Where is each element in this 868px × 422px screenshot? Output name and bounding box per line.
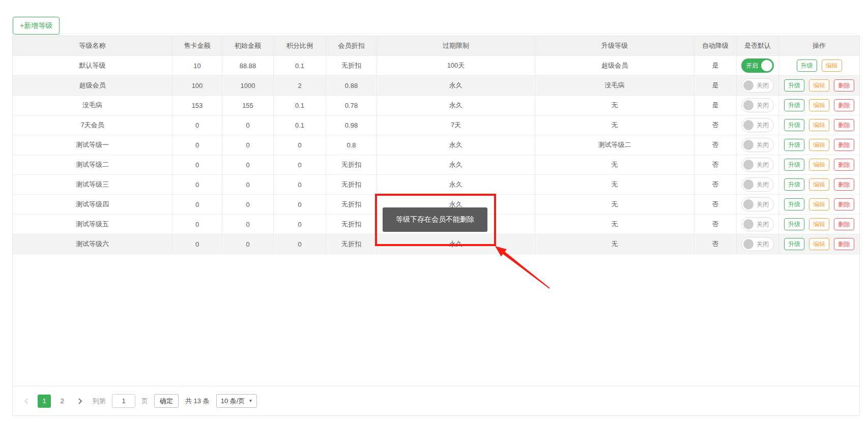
confirm-page-button[interactable]: 确定 bbox=[154, 394, 179, 408]
column-header-operations: 操作 bbox=[779, 36, 859, 55]
cell-card-amount: 0 bbox=[172, 115, 222, 135]
page-number-1[interactable]: 1 bbox=[38, 395, 51, 408]
upgrade-button[interactable]: 升级 bbox=[784, 99, 804, 111]
cell-expiry: 7天 bbox=[377, 115, 535, 135]
upgrade-button[interactable]: 升级 bbox=[784, 159, 804, 171]
upgrade-button[interactable]: 升级 bbox=[784, 178, 804, 191]
cell-upgrade-level: 超级会员 bbox=[535, 56, 695, 75]
cell-name: 测试等级六 bbox=[13, 234, 172, 254]
cell-initial-amount: 0 bbox=[222, 155, 274, 174]
edit-button[interactable]: 编辑 bbox=[809, 99, 829, 111]
upgrade-button[interactable]: 升级 bbox=[784, 198, 804, 210]
toggle-label: 关闭 bbox=[757, 141, 769, 149]
edit-button[interactable]: 编辑 bbox=[822, 59, 842, 72]
cell-name: 没毛病 bbox=[13, 96, 172, 115]
delete-warning-tooltip: 等级下存在会员不能删除 bbox=[383, 207, 487, 232]
delete-button[interactable]: 删除 bbox=[834, 238, 854, 250]
delete-button[interactable]: 删除 bbox=[834, 198, 854, 210]
cell-expiry: 永久 bbox=[377, 135, 535, 155]
cell-upgrade-level: 没毛病 bbox=[535, 76, 695, 95]
delete-button[interactable]: 删除 bbox=[834, 99, 854, 111]
cell-auto-downgrade: 否 bbox=[695, 175, 737, 194]
column-header-upgrade-level: 升级等级 bbox=[535, 36, 695, 55]
delete-button[interactable]: 删除 bbox=[834, 178, 854, 191]
cell-upgrade-level: 无 bbox=[535, 195, 695, 214]
prev-page-icon[interactable] bbox=[20, 395, 33, 408]
cell-operations: 升级编辑删除 bbox=[779, 96, 859, 115]
edit-button[interactable]: 编辑 bbox=[809, 198, 829, 210]
edit-button[interactable]: 编辑 bbox=[809, 119, 829, 131]
cell-initial-amount: 88.88 bbox=[222, 56, 274, 75]
next-page-icon[interactable] bbox=[73, 395, 86, 408]
page-number-2[interactable]: 2 bbox=[55, 395, 69, 408]
cell-card-amount: 10 bbox=[172, 56, 222, 75]
goto-page-input[interactable] bbox=[112, 394, 135, 408]
cell-auto-downgrade: 否 bbox=[695, 115, 737, 135]
upgrade-button[interactable]: 升级 bbox=[784, 119, 804, 131]
toggle-label: 关闭 bbox=[757, 220, 769, 229]
default-toggle[interactable]: 开启 bbox=[741, 58, 774, 73]
edit-button[interactable]: 编辑 bbox=[809, 178, 829, 191]
default-toggle[interactable]: 关闭 bbox=[741, 78, 774, 93]
table-header-row: 等级名称 售卡金额 初始金额 积分比例 会员折扣 过期限制 升级等级 自动降级 … bbox=[13, 36, 859, 56]
cell-operations: 升级编辑删除 bbox=[779, 115, 859, 135]
cell-auto-downgrade: 否 bbox=[695, 135, 737, 155]
cell-member-discount: 0.8 bbox=[326, 135, 377, 155]
upgrade-button[interactable]: 升级 bbox=[784, 79, 804, 92]
cell-points-ratio: 0 bbox=[274, 155, 326, 174]
toggle-label: 关闭 bbox=[757, 121, 769, 130]
default-toggle[interactable]: 关闭 bbox=[741, 118, 774, 132]
cell-is-default: 关闭 bbox=[737, 215, 779, 234]
cell-points-ratio: 0 bbox=[274, 234, 326, 254]
default-toggle[interactable]: 关闭 bbox=[741, 158, 774, 172]
toggle-knob-icon bbox=[743, 100, 754, 110]
add-level-button[interactable]: +新增等级 bbox=[13, 17, 60, 35]
toggle-knob-icon bbox=[761, 60, 772, 71]
edit-button[interactable]: 编辑 bbox=[809, 218, 829, 230]
default-toggle[interactable]: 关闭 bbox=[741, 177, 774, 192]
column-header-initial-amount: 初始金额 bbox=[222, 36, 274, 55]
cell-points-ratio: 0.1 bbox=[274, 56, 326, 75]
cell-name: 测试等级二 bbox=[13, 155, 172, 174]
upgrade-button[interactable]: 升级 bbox=[797, 59, 817, 72]
table-empty-area bbox=[13, 254, 859, 386]
cell-member-discount: 0.98 bbox=[326, 115, 377, 135]
cell-is-default: 关闭 bbox=[737, 175, 779, 194]
edit-button[interactable]: 编辑 bbox=[809, 238, 829, 250]
edit-button[interactable]: 编辑 bbox=[809, 139, 829, 151]
cell-member-discount: 0.88 bbox=[326, 76, 377, 95]
toggle-label: 关闭 bbox=[757, 200, 769, 209]
cell-auto-downgrade: 否 bbox=[695, 215, 737, 234]
cell-operations: 升级编辑删除 bbox=[779, 195, 859, 214]
page-size-value: 10 条/页 bbox=[221, 397, 245, 406]
cell-member-discount: 无折扣 bbox=[326, 175, 377, 194]
delete-button[interactable]: 删除 bbox=[834, 139, 854, 151]
edit-button[interactable]: 编辑 bbox=[809, 79, 829, 92]
delete-button[interactable]: 删除 bbox=[834, 79, 854, 92]
default-toggle[interactable]: 关闭 bbox=[741, 98, 774, 112]
toggle-knob-icon bbox=[743, 219, 754, 229]
page-size-select[interactable]: 10 条/页 ▼ bbox=[216, 394, 257, 408]
default-toggle[interactable]: 关闭 bbox=[741, 237, 774, 251]
cell-points-ratio: 0.1 bbox=[274, 115, 326, 135]
default-toggle[interactable]: 关闭 bbox=[741, 197, 774, 212]
column-header-is-default: 是否默认 bbox=[737, 36, 779, 55]
cell-expiry: 永久 bbox=[377, 234, 535, 254]
upgrade-button[interactable]: 升级 bbox=[784, 218, 804, 230]
upgrade-button[interactable]: 升级 bbox=[784, 238, 804, 250]
cell-upgrade-level: 无 bbox=[535, 234, 695, 254]
toggle-label: 关闭 bbox=[757, 240, 769, 249]
upgrade-button[interactable]: 升级 bbox=[784, 139, 804, 151]
cell-upgrade-level: 测试等级二 bbox=[535, 135, 695, 155]
column-header-points-ratio: 积分比例 bbox=[274, 36, 326, 55]
edit-button[interactable]: 编辑 bbox=[809, 159, 829, 171]
default-toggle[interactable]: 关闭 bbox=[741, 138, 774, 152]
cell-operations: 升级编辑删除 bbox=[779, 234, 859, 254]
default-toggle[interactable]: 关闭 bbox=[741, 217, 774, 231]
delete-button[interactable]: 删除 bbox=[834, 218, 854, 230]
cell-card-amount: 153 bbox=[172, 96, 222, 115]
delete-button[interactable]: 删除 bbox=[834, 159, 854, 171]
cell-upgrade-level: 无 bbox=[535, 175, 695, 194]
cell-points-ratio: 0 bbox=[274, 195, 326, 214]
delete-button[interactable]: 删除 bbox=[834, 119, 854, 131]
